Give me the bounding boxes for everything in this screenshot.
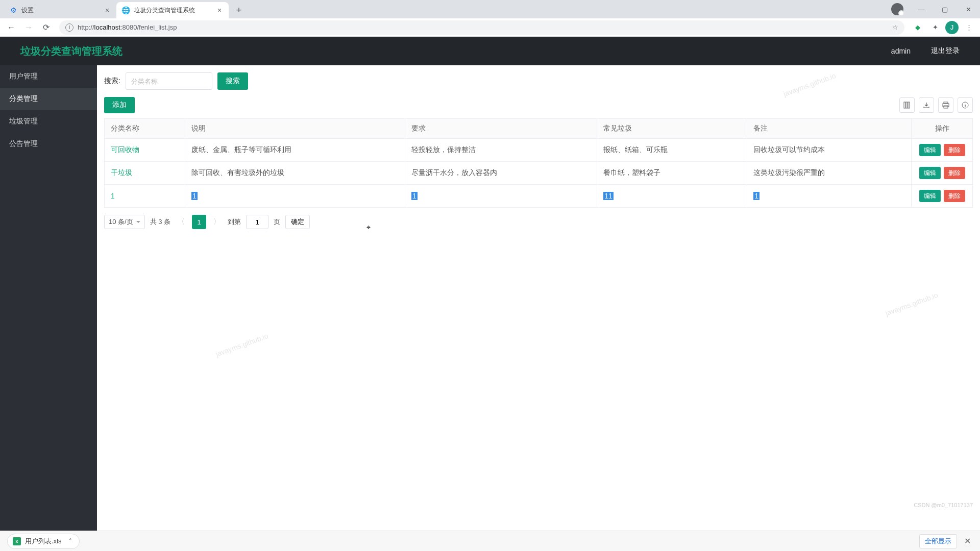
cell-common: 餐巾纸，塑料袋子 <box>597 162 747 185</box>
cell-common: 报纸、纸箱、可乐瓶 <box>597 139 747 162</box>
cell-desc: 1 <box>185 185 405 208</box>
page-number[interactable]: 1 <box>192 215 206 229</box>
goto-input[interactable] <box>246 215 268 229</box>
reload-button[interactable]: ⟳ <box>39 20 53 35</box>
cell-actions: 编辑删除 <box>912 185 973 208</box>
cell-note: 回收垃圾可以节约成本 <box>747 139 912 162</box>
cell-desc: 除可回收、有害垃圾外的垃圾 <box>185 162 405 185</box>
close-download-bar[interactable]: ✕ <box>962 536 973 546</box>
kebab-menu-icon[interactable]: ⋮ <box>962 20 976 35</box>
goto-label: 到第 <box>228 217 241 227</box>
download-chip[interactable]: x 用户列表.xls ˄ <box>7 534 80 549</box>
table-row: 111111编辑删除 <box>105 185 973 208</box>
delete-button[interactable]: 删除 <box>944 144 965 156</box>
pager-total: 共 3 条 <box>150 217 170 227</box>
close-window-button[interactable]: ✕ <box>957 0 980 18</box>
forward-button[interactable]: → <box>21 20 36 35</box>
delete-button[interactable]: 删除 <box>944 167 965 179</box>
edit-button[interactable]: 编辑 <box>919 144 941 156</box>
goto-suffix: 页 <box>274 217 280 227</box>
tab-title: 垃圾分类查询管理系统 <box>134 6 211 15</box>
cell-name[interactable]: 1 <box>105 185 185 208</box>
sidebar: 用户管理分类管理垃圾管理公告管理 <box>0 65 97 531</box>
columns-icon[interactable] <box>899 97 915 113</box>
address-bar: ← → ⟳ i http://localhost:8080/fenlei_lis… <box>0 18 980 37</box>
prev-page-button[interactable]: 〈 <box>176 217 187 227</box>
minimize-button[interactable]: ― <box>910 0 933 18</box>
extension-icon[interactable]: ◆ <box>911 20 925 35</box>
svg-rect-2 <box>908 102 910 108</box>
export-icon[interactable] <box>919 97 934 113</box>
globe-icon: 🌐 <box>121 6 130 14</box>
account-indicator-icon[interactable] <box>891 3 903 15</box>
chevron-up-icon[interactable]: ˄ <box>69 538 72 544</box>
back-button[interactable]: ← <box>4 20 18 35</box>
svg-rect-0 <box>904 102 905 108</box>
cell-name[interactable]: 可回收物 <box>105 139 185 162</box>
cell-desc: 废纸、金属、瓶子等可循环利用 <box>185 139 405 162</box>
toolbar: 添加 <box>104 97 973 113</box>
add-button[interactable]: 添加 <box>104 97 135 113</box>
current-user[interactable]: admin <box>891 47 911 55</box>
browser-tab-app[interactable]: 🌐 垃圾分类查询管理系统 × <box>116 2 229 18</box>
page-size-select[interactable]: 10 条/页 <box>104 215 145 229</box>
cell-common: 11 <box>597 185 747 208</box>
goto-confirm-button[interactable]: 确定 <box>285 215 310 229</box>
browser-tab-bar: ⚙ 设置 × 🌐 垃圾分类查询管理系统 × + ― ▢ ✕ <box>0 0 980 18</box>
window-controls: ― ▢ ✕ <box>891 0 980 18</box>
print-icon[interactable] <box>938 97 953 113</box>
cell-actions: 编辑删除 <box>912 139 973 162</box>
extensions-button[interactable]: ✦ <box>928 20 942 35</box>
show-all-downloads[interactable]: 全部显示 <box>919 534 957 548</box>
maximize-button[interactable]: ▢ <box>933 0 957 18</box>
cell-note: 这类垃圾污染很严重的 <box>747 162 912 185</box>
cell-req: 1 <box>405 185 597 208</box>
url-input[interactable]: i http://localhost:8080/fenlei_list.jsp … <box>59 20 904 35</box>
download-filename: 用户列表.xls <box>25 537 62 546</box>
table-row: 可回收物废纸、金属、瓶子等可循环利用轻投轻放，保持整洁报纸、纸箱、可乐瓶回收垃圾… <box>105 139 973 162</box>
delete-button[interactable]: 删除 <box>944 190 965 202</box>
svg-rect-1 <box>906 102 908 108</box>
pagination: 10 条/页 共 3 条 〈 1 〉 到第 页 确定 <box>104 215 973 229</box>
new-tab-button[interactable]: + <box>232 3 246 17</box>
data-table: 分类名称说明要求常见垃圾备注操作 可回收物废纸、金属、瓶子等可循环利用轻投轻放，… <box>104 118 973 208</box>
table-tools <box>899 97 973 113</box>
tab-title: 设置 <box>21 6 99 15</box>
watermark: javayms.github.io <box>215 332 270 358</box>
logout-link[interactable]: 退出登录 <box>931 46 960 56</box>
cell-req: 轻投轻放，保持整洁 <box>405 139 597 162</box>
column-header: 操作 <box>912 119 973 139</box>
next-page-button[interactable]: 〉 <box>211 217 223 227</box>
app-header: 垃圾分类查询管理系统 admin 退出登录 <box>0 37 980 65</box>
sidebar-item[interactable]: 公告管理 <box>0 133 97 155</box>
cell-name[interactable]: 干垃圾 <box>105 162 185 185</box>
search-row: 搜索: 搜索 <box>104 72 973 90</box>
table-row: 干垃圾除可回收、有害垃圾外的垃圾尽量沥干水分，放入容器内餐巾纸，塑料袋子这类垃圾… <box>105 162 973 185</box>
column-header: 要求 <box>405 119 597 139</box>
edit-button[interactable]: 编辑 <box>919 167 941 179</box>
close-icon[interactable]: × <box>103 6 111 14</box>
sidebar-item[interactable]: 用户管理 <box>0 65 97 88</box>
column-header: 说明 <box>185 119 405 139</box>
app-title: 垃圾分类查询管理系统 <box>20 44 122 58</box>
info-icon[interactable] <box>958 97 973 113</box>
xls-icon: x <box>13 537 21 545</box>
cell-req: 尽量沥干水分，放入容器内 <box>405 162 597 185</box>
column-header: 分类名称 <box>105 119 185 139</box>
sidebar-item[interactable]: 垃圾管理 <box>0 110 97 133</box>
close-icon[interactable]: × <box>215 6 224 14</box>
column-header: 备注 <box>747 119 912 139</box>
edit-button[interactable]: 编辑 <box>919 190 941 202</box>
search-button[interactable]: 搜索 <box>217 72 248 90</box>
gear-icon: ⚙ <box>9 6 17 14</box>
column-header: 常见垃圾 <box>597 119 747 139</box>
cell-note: 1 <box>747 185 912 208</box>
sidebar-item[interactable]: 分类管理 <box>0 88 97 110</box>
bookmark-icon[interactable]: ☆ <box>892 23 898 31</box>
site-info-icon[interactable]: i <box>65 23 74 32</box>
profile-avatar[interactable]: J <box>945 21 959 34</box>
url-text: http://localhost:8080/fenlei_list.jsp <box>78 23 177 31</box>
search-label: 搜索: <box>104 77 120 86</box>
search-input[interactable] <box>126 72 212 90</box>
browser-tab-settings[interactable]: ⚙ 设置 × <box>4 2 116 18</box>
